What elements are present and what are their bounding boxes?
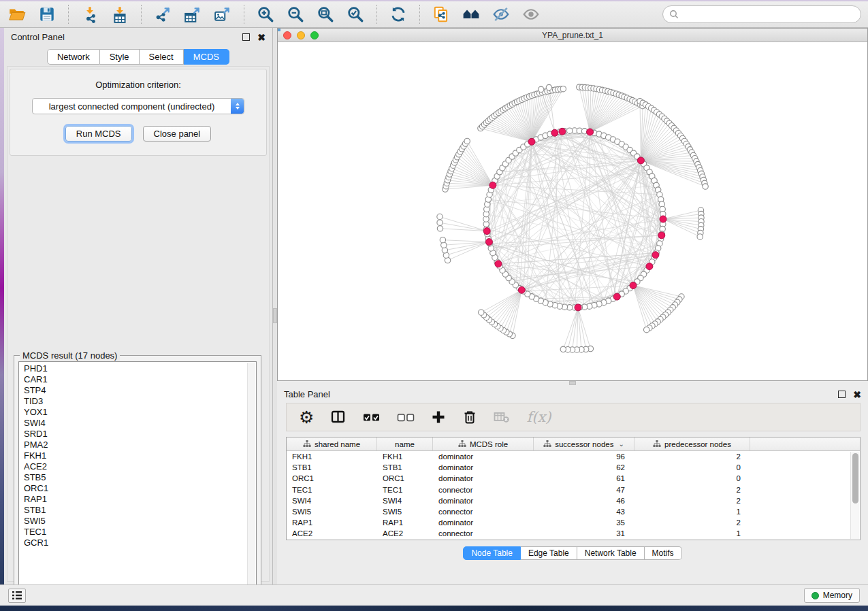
- close-panel-button[interactable]: Close panel: [143, 126, 212, 142]
- mcds-result-item[interactable]: SWI5: [24, 516, 246, 527]
- mcds-list-scrollbar[interactable]: [247, 363, 255, 603]
- mcds-result-item[interactable]: ACE2: [24, 461, 246, 472]
- export-image-icon[interactable]: [212, 5, 233, 24]
- zoom-selected-icon[interactable]: [345, 5, 366, 24]
- tab-style[interactable]: Style: [100, 49, 140, 65]
- mcds-result-item[interactable]: SRD1: [24, 429, 246, 440]
- mcds-result-item[interactable]: FKH1: [24, 450, 246, 461]
- tab-network[interactable]: Network: [47, 49, 100, 65]
- table-row[interactable]: YOX1YOX1connector291: [287, 540, 850, 540]
- table-row[interactable]: SWI4SWI4dominator462: [287, 495, 850, 506]
- zoom-out-icon[interactable]: [285, 5, 306, 24]
- network-titlebar[interactable]: YPA_prune.txt_1: [278, 29, 867, 42]
- tab-network-table[interactable]: Network Table: [577, 546, 645, 560]
- deselect-all-icon[interactable]: [397, 407, 415, 427]
- delete-table-icon: [494, 407, 510, 427]
- control-panel-header: Control Panel ✖: [4, 28, 272, 46]
- table-row[interactable]: ORC1ORC1dominator610: [287, 473, 850, 484]
- mcds-result-item[interactable]: SWI4: [24, 418, 246, 429]
- refresh-layout-icon[interactable]: [388, 5, 408, 24]
- optimization-label: Optimization criterion:: [10, 80, 266, 90]
- save-session-icon[interactable]: [37, 5, 57, 24]
- memory-button[interactable]: Memory: [804, 588, 860, 603]
- import-table-icon[interactable]: [110, 5, 130, 24]
- cell-successor-nodes: 46: [534, 497, 634, 505]
- mcds-result-item[interactable]: STP4: [24, 385, 246, 396]
- tab-edge-table[interactable]: Edge Table: [521, 546, 577, 560]
- mcds-result-item[interactable]: RAP1: [24, 494, 246, 505]
- zoom-in-icon[interactable]: [255, 5, 276, 24]
- search-input[interactable]: [679, 10, 854, 19]
- open-session-icon[interactable]: [7, 5, 27, 24]
- optimization-criterion-dropdown[interactable]: largest connected component (undirected): [32, 98, 244, 114]
- column-header-successor-nodes[interactable]: successor nodes⌄: [534, 437, 634, 450]
- mcds-result-item[interactable]: CAR1: [24, 374, 246, 385]
- table-settings-icon[interactable]: ⚙: [299, 407, 314, 427]
- mcds-result-item[interactable]: TID3: [24, 396, 246, 407]
- column-header-name[interactable]: name: [377, 437, 433, 450]
- mcds-result-item[interactable]: ORC1: [24, 483, 246, 494]
- zoom-fit-icon[interactable]: [315, 5, 336, 24]
- mcds-result-item[interactable]: YOX1: [24, 407, 246, 418]
- function-builder-icon: f(x): [526, 407, 551, 427]
- tab-node-table[interactable]: Node Table: [463, 546, 521, 560]
- cell-successor-nodes: 96: [534, 452, 634, 461]
- close-panel-icon[interactable]: ✖: [257, 33, 266, 42]
- tab-mcds[interactable]: MCDS: [184, 49, 229, 65]
- scrollbar-thumb[interactable]: [852, 453, 858, 503]
- table-scrollbar[interactable]: [850, 452, 859, 539]
- mcds-result-item[interactable]: STB5: [24, 472, 246, 483]
- mcds-result-item[interactable]: GCR1: [24, 538, 246, 548]
- table-header-row: shared namenameMCDS rolesuccessor nodes⌄…: [287, 437, 860, 451]
- cell-predecessor-nodes: 0: [634, 463, 750, 472]
- task-history-button[interactable]: [8, 589, 26, 603]
- new-network-from-selection-icon[interactable]: [431, 5, 451, 24]
- column-label: MCDS role: [470, 440, 508, 448]
- tab-motifs[interactable]: Motifs: [645, 546, 682, 560]
- toolbar-separator: [244, 5, 244, 24]
- cell-predecessor-nodes: 2: [634, 518, 750, 527]
- cell-shared-name: RAP1: [287, 518, 377, 527]
- table-tabs: Node TableEdge TableNetwork TableMotifs: [277, 546, 868, 560]
- float-panel-icon[interactable]: [242, 33, 250, 41]
- toolbar-icon-group: [7, 5, 541, 24]
- add-entry-icon[interactable]: [431, 407, 446, 427]
- cell-predecessor-nodes: 0: [634, 474, 750, 482]
- table-row[interactable]: ACE2ACE2connector311: [287, 528, 850, 539]
- show-all-icon[interactable]: [521, 5, 541, 24]
- table-row[interactable]: RAP1RAP1dominator352: [287, 517, 850, 528]
- mcds-result-list[interactable]: PHD1CAR1STP4TID3YOX1SWI4SRD1PMA2FKH1ACE2…: [18, 361, 257, 604]
- export-network-icon[interactable]: [152, 5, 173, 24]
- column-header-predecessor-nodes[interactable]: predecessor nodes: [634, 437, 750, 450]
- mcds-result-item[interactable]: PHD1: [24, 363, 246, 374]
- first-neighbors-icon[interactable]: [461, 5, 481, 24]
- mcds-result-item[interactable]: PMA2: [24, 440, 246, 450]
- table-panel-header: Table Panel ✖: [277, 385, 868, 403]
- float-panel-icon[interactable]: [838, 391, 846, 398]
- column-visibility-icon[interactable]: [330, 407, 347, 427]
- cell-successor-nodes: 47: [534, 486, 634, 494]
- cell-predecessor-nodes: 2: [634, 497, 750, 505]
- table-row[interactable]: SWI5SWI5connector431: [287, 506, 850, 517]
- cell-name: TEC1: [377, 486, 433, 494]
- export-table-icon[interactable]: [182, 5, 203, 24]
- mcds-result-item[interactable]: TEC1: [24, 527, 246, 538]
- node-table: shared namenameMCDS rolesuccessor nodes⌄…: [286, 437, 861, 540]
- mcds-result-item[interactable]: STB1: [24, 505, 246, 516]
- close-panel-icon[interactable]: ✖: [853, 390, 861, 399]
- import-network-icon[interactable]: [80, 5, 100, 24]
- search-field[interactable]: [662, 5, 861, 23]
- column-label: shared name: [315, 440, 360, 448]
- column-header-shared-name[interactable]: shared name: [287, 437, 377, 450]
- delete-entry-icon[interactable]: [462, 407, 477, 427]
- run-mcds-button[interactable]: Run MCDS: [65, 126, 132, 142]
- table-row[interactable]: FKH1FKH1dominator962: [287, 451, 850, 462]
- select-all-icon[interactable]: [363, 407, 381, 427]
- column-header-MCDS-role[interactable]: MCDS role: [433, 437, 534, 450]
- button-row: Run MCDS Close panel: [10, 126, 266, 142]
- hide-selected-icon[interactable]: [491, 5, 511, 24]
- network-canvas[interactable]: [278, 42, 867, 380]
- table-row[interactable]: STB1STB1dominator620: [287, 462, 850, 473]
- table-row[interactable]: TEC1TEC1connector472: [287, 484, 850, 495]
- tab-select[interactable]: Select: [140, 49, 184, 65]
